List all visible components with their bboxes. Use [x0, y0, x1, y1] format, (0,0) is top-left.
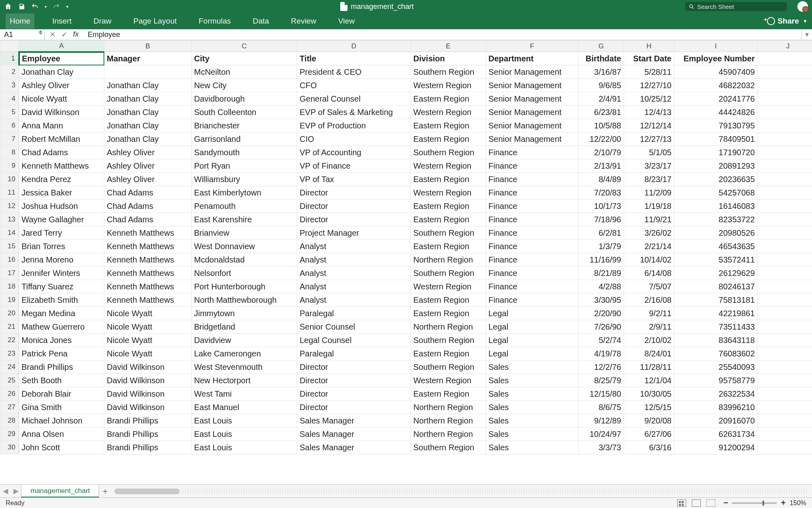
row-header[interactable]: 27: [0, 401, 19, 414]
cell[interactable]: 80246137: [674, 280, 758, 293]
cell[interactable]: David Wilkinson: [104, 374, 192, 387]
cell[interactable]: 26322534: [674, 387, 758, 401]
cell[interactable]: Finance: [486, 213, 579, 226]
cell[interactable]: 78409501: [674, 132, 758, 146]
cell[interactable]: 3/16/87: [579, 65, 624, 79]
cell[interactable]: Project Manager: [297, 226, 411, 240]
cell[interactable]: South Colleenton: [192, 106, 297, 119]
cell[interactable]: Megan Medina: [19, 307, 104, 320]
cell[interactable]: Sales: [486, 374, 579, 387]
cell[interactable]: [758, 146, 812, 159]
cell[interactable]: [758, 360, 812, 374]
formula-bar[interactable]: Employee: [84, 30, 801, 39]
cell[interactable]: [104, 65, 192, 79]
cell[interactable]: 10/14/02: [624, 253, 674, 267]
cell[interactable]: 2/9/11: [624, 320, 674, 334]
cell[interactable]: 3/3/73: [579, 441, 624, 454]
cell[interactable]: 5/1/05: [624, 146, 674, 159]
cell[interactable]: EVP of Production: [297, 119, 411, 132]
cell[interactable]: East Kimberlytown: [192, 186, 297, 200]
row-header[interactable]: 25: [0, 374, 19, 387]
cell[interactable]: Senior Management: [486, 65, 579, 79]
row-header[interactable]: 17: [0, 267, 19, 280]
cell[interactable]: Kendra Perez: [19, 173, 104, 186]
cell[interactable]: 53572411: [674, 253, 758, 267]
cell[interactable]: Michael Johnson: [19, 414, 104, 428]
tab-insert[interactable]: Insert: [48, 13, 76, 29]
cell[interactable]: 54257068: [674, 186, 758, 200]
cell[interactable]: Finance: [486, 186, 579, 200]
cell[interactable]: Elizabeth Smith: [19, 293, 104, 307]
cell[interactable]: Eastern Region: [411, 240, 486, 253]
name-box-stepper[interactable]: [39, 30, 43, 35]
cell[interactable]: Southern Region: [411, 226, 486, 240]
cell[interactable]: David Wilkinson: [104, 401, 192, 414]
cell[interactable]: [758, 401, 812, 414]
cell[interactable]: 12/27/13: [624, 132, 674, 146]
cell[interactable]: 11/28/11: [624, 360, 674, 374]
cell[interactable]: 76083602: [674, 347, 758, 360]
cell[interactable]: Senior Management: [486, 79, 579, 92]
cell[interactable]: Eastern Region: [411, 173, 486, 186]
cell[interactable]: Western Region: [411, 280, 486, 293]
cell[interactable]: Sales: [486, 387, 579, 401]
cell[interactable]: 6/3/16: [624, 441, 674, 454]
row-header[interactable]: 18: [0, 280, 19, 293]
cell[interactable]: [758, 387, 812, 401]
cell[interactable]: John Scott: [19, 441, 104, 454]
cell[interactable]: Northern Region: [411, 253, 486, 267]
cell[interactable]: Senior Management: [486, 132, 579, 146]
cell[interactable]: Jonathan Clay: [104, 119, 192, 132]
spreadsheet-grid[interactable]: ABCDEFGHIJ 1EmployeeManagerCityTitleDivi…: [0, 40, 812, 484]
cell[interactable]: Kenneth Matthews: [19, 159, 104, 173]
cell[interactable]: Kenneth Matthews: [104, 293, 192, 307]
column-header-H[interactable]: H: [624, 41, 674, 52]
cell[interactable]: 12/5/15: [624, 401, 674, 414]
cell[interactable]: Southern Region: [411, 441, 486, 454]
cell[interactable]: Director: [297, 200, 411, 213]
cell[interactable]: Nicole Wyatt: [104, 320, 192, 334]
row-header[interactable]: 28: [0, 414, 19, 428]
row-header[interactable]: 3: [0, 79, 19, 92]
cell[interactable]: [758, 52, 812, 65]
cell[interactable]: East Louis: [192, 414, 297, 428]
cell[interactable]: 46543635: [674, 240, 758, 253]
cell[interactable]: Tiffany Suarez: [19, 280, 104, 293]
cell[interactable]: Chad Adams: [104, 213, 192, 226]
cell[interactable]: [758, 428, 812, 441]
save-icon[interactable]: [18, 3, 25, 10]
cell[interactable]: Jared Terry: [19, 226, 104, 240]
cell[interactable]: Jonathan Clay: [104, 106, 192, 119]
cell[interactable]: 45907409: [674, 65, 758, 79]
cell[interactable]: East Karenshire: [192, 213, 297, 226]
cell[interactable]: [758, 65, 812, 79]
cell[interactable]: 7/18/96: [579, 213, 624, 226]
cell[interactable]: Nelsonfort: [192, 267, 297, 280]
cell[interactable]: Brian Torres: [19, 240, 104, 253]
cell[interactable]: Northern Region: [411, 401, 486, 414]
cell[interactable]: Anna Mann: [19, 119, 104, 132]
row-header[interactable]: 24: [0, 360, 19, 374]
cell[interactable]: Employee: [19, 52, 104, 65]
cell[interactable]: 42219861: [674, 307, 758, 320]
cell[interactable]: 25540093: [674, 360, 758, 374]
cell[interactable]: Legal: [486, 334, 579, 347]
column-header-I[interactable]: I: [674, 41, 758, 52]
cell[interactable]: Sandymouth: [192, 146, 297, 159]
cell[interactable]: 7/5/07: [624, 280, 674, 293]
column-header-C[interactable]: C: [192, 41, 297, 52]
user-avatar[interactable]: [797, 1, 808, 12]
cell[interactable]: Jonathan Clay: [104, 92, 192, 106]
row-header[interactable]: 9: [0, 159, 19, 173]
cell[interactable]: Lake Camerongen: [192, 347, 297, 360]
cell[interactable]: Ashley Oliver: [104, 159, 192, 173]
cell[interactable]: Finance: [486, 267, 579, 280]
cell[interactable]: Legal: [486, 307, 579, 320]
cell[interactable]: New Hectorport: [192, 374, 297, 387]
cell[interactable]: Kenneth Matthews: [104, 280, 192, 293]
tab-formulas[interactable]: Formulas: [194, 13, 235, 29]
cell[interactable]: [758, 267, 812, 280]
cell[interactable]: [758, 200, 812, 213]
cell[interactable]: [758, 213, 812, 226]
cell[interactable]: Deborah Blair: [19, 387, 104, 401]
